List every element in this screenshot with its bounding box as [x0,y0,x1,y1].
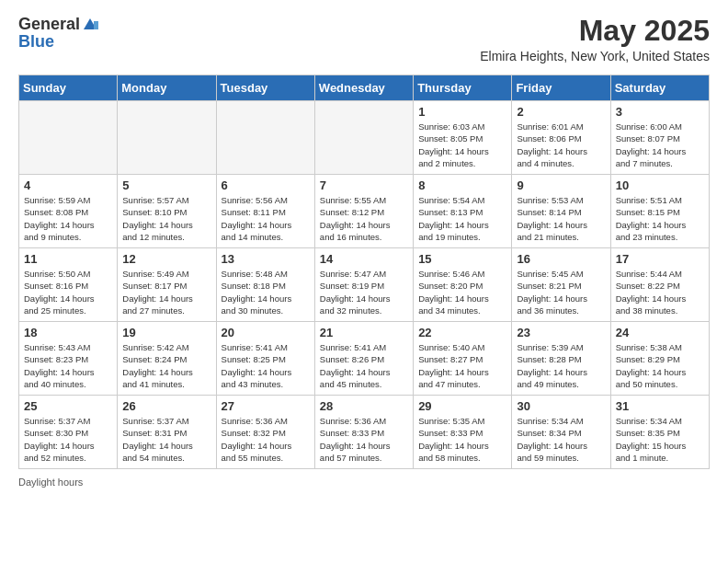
header: General Blue May 2025 Elmira Heights, Ne… [18,15,710,63]
calendar-day-cell: 1Sunrise: 6:03 AM Sunset: 8:05 PM Daylig… [414,101,512,175]
calendar-week-row: 11Sunrise: 5:50 AM Sunset: 8:16 PM Dayli… [19,248,710,322]
calendar-day-header: Friday [512,75,610,101]
month-year: May 2025 [480,15,710,47]
day-number: 11 [24,252,112,266]
day-number: 27 [222,399,310,413]
day-info: Sunrise: 5:43 AM Sunset: 8:23 PM Dayligh… [24,341,112,390]
day-info: Sunrise: 5:35 AM Sunset: 8:33 PM Dayligh… [418,415,506,464]
calendar-day-header: Wednesday [314,75,413,101]
day-number: 13 [222,252,310,266]
day-info: Sunrise: 5:42 AM Sunset: 8:24 PM Dayligh… [122,341,210,390]
day-info: Sunrise: 5:57 AM Sunset: 8:10 PM Dayligh… [122,194,210,243]
calendar-day-cell: 12Sunrise: 5:49 AM Sunset: 8:17 PM Dayli… [118,248,216,322]
day-number: 28 [320,399,408,413]
calendar-day-cell: 2Sunrise: 6:01 AM Sunset: 8:06 PM Daylig… [512,101,610,175]
day-info: Sunrise: 5:49 AM Sunset: 8:17 PM Dayligh… [122,268,210,316]
calendar-day-cell: 22Sunrise: 5:40 AM Sunset: 8:27 PM Dayli… [414,322,512,396]
calendar-day-cell: 28Sunrise: 5:36 AM Sunset: 8:33 PM Dayli… [314,396,413,469]
day-number: 19 [122,326,210,339]
calendar-day-header: Sunday [19,75,118,101]
day-info: Sunrise: 5:37 AM Sunset: 8:30 PM Dayligh… [24,415,112,464]
day-info: Sunrise: 5:41 AM Sunset: 8:25 PM Dayligh… [222,341,310,390]
day-number: 16 [517,252,605,266]
calendar-day-cell: 30Sunrise: 5:34 AM Sunset: 8:34 PM Dayli… [512,396,610,469]
calendar-day-cell: 17Sunrise: 5:44 AM Sunset: 8:22 PM Dayli… [610,248,709,322]
day-number: 14 [320,252,408,266]
day-info: Sunrise: 5:41 AM Sunset: 8:26 PM Dayligh… [320,341,408,390]
calendar-day-header: Tuesday [216,75,314,101]
day-info: Sunrise: 5:54 AM Sunset: 8:13 PM Dayligh… [418,194,506,243]
calendar-day-header: Thursday [414,75,512,101]
day-info: Sunrise: 5:53 AM Sunset: 8:14 PM Dayligh… [517,194,605,243]
day-info: Sunrise: 5:34 AM Sunset: 8:35 PM Dayligh… [616,415,704,464]
day-number: 26 [122,399,210,413]
day-number: 10 [616,178,704,192]
calendar-day-cell [216,101,314,175]
calendar-day-cell: 19Sunrise: 5:42 AM Sunset: 8:24 PM Dayli… [118,322,216,396]
day-number: 25 [24,399,112,413]
logo-icon [82,17,98,33]
day-number: 23 [517,326,605,339]
calendar-week-row: 25Sunrise: 5:37 AM Sunset: 8:30 PM Dayli… [19,396,710,469]
day-number: 31 [616,399,704,413]
day-info: Sunrise: 5:36 AM Sunset: 8:32 PM Dayligh… [222,415,310,464]
calendar-day-cell: 14Sunrise: 5:47 AM Sunset: 8:19 PM Dayli… [314,248,413,322]
day-info: Sunrise: 6:03 AM Sunset: 8:05 PM Dayligh… [418,121,506,169]
calendar-day-cell: 15Sunrise: 5:46 AM Sunset: 8:20 PM Dayli… [414,248,512,322]
day-number: 20 [222,326,310,339]
day-number: 1 [418,105,506,119]
day-number: 22 [418,326,506,339]
logo-blue-text: Blue [18,32,54,52]
footer: Daylight hours [18,477,710,488]
day-info: Sunrise: 5:50 AM Sunset: 8:16 PM Dayligh… [24,268,112,316]
logo-general-text: General [18,15,80,34]
day-info: Sunrise: 5:46 AM Sunset: 8:20 PM Dayligh… [418,268,506,316]
day-number: 17 [616,252,704,266]
day-info: Sunrise: 5:51 AM Sunset: 8:15 PM Dayligh… [616,194,704,243]
calendar-day-cell: 31Sunrise: 5:34 AM Sunset: 8:35 PM Dayli… [610,396,709,469]
calendar-week-row: 1Sunrise: 6:03 AM Sunset: 8:05 PM Daylig… [19,101,710,175]
calendar-day-cell: 24Sunrise: 5:38 AM Sunset: 8:29 PM Dayli… [610,322,709,396]
calendar-day-cell: 7Sunrise: 5:55 AM Sunset: 8:12 PM Daylig… [314,175,413,248]
calendar-day-cell: 16Sunrise: 5:45 AM Sunset: 8:21 PM Dayli… [512,248,610,322]
calendar-day-cell: 25Sunrise: 5:37 AM Sunset: 8:30 PM Dayli… [19,396,118,469]
day-number: 6 [222,178,310,192]
calendar-table: SundayMondayTuesdayWednesdayThursdayFrid… [18,75,710,469]
day-info: Sunrise: 5:40 AM Sunset: 8:27 PM Dayligh… [418,341,506,390]
day-info: Sunrise: 6:01 AM Sunset: 8:06 PM Dayligh… [517,121,605,169]
calendar-day-cell: 8Sunrise: 5:54 AM Sunset: 8:13 PM Daylig… [414,175,512,248]
calendar-day-header: Saturday [610,75,709,101]
calendar-week-row: 4Sunrise: 5:59 AM Sunset: 8:08 PM Daylig… [19,175,710,248]
calendar-day-cell: 13Sunrise: 5:48 AM Sunset: 8:18 PM Dayli… [216,248,314,322]
calendar-day-cell: 9Sunrise: 5:53 AM Sunset: 8:14 PM Daylig… [512,175,610,248]
day-info: Sunrise: 5:56 AM Sunset: 8:11 PM Dayligh… [222,194,310,243]
calendar-day-cell [314,101,413,175]
daylight-hours-label: Daylight hours [18,477,83,488]
calendar-day-cell: 10Sunrise: 5:51 AM Sunset: 8:15 PM Dayli… [610,175,709,248]
calendar-day-cell: 23Sunrise: 5:39 AM Sunset: 8:28 PM Dayli… [512,322,610,396]
calendar-day-cell: 4Sunrise: 5:59 AM Sunset: 8:08 PM Daylig… [19,175,118,248]
calendar-header-row: SundayMondayTuesdayWednesdayThursdayFrid… [19,75,710,101]
page: General Blue May 2025 Elmira Heights, Ne… [0,0,728,563]
day-info: Sunrise: 5:45 AM Sunset: 8:21 PM Dayligh… [517,268,605,316]
calendar-week-row: 18Sunrise: 5:43 AM Sunset: 8:23 PM Dayli… [19,322,710,396]
svg-marker-1 [94,21,98,29]
day-number: 4 [24,178,112,192]
day-number: 9 [517,178,605,192]
day-info: Sunrise: 5:59 AM Sunset: 8:08 PM Dayligh… [24,194,112,243]
calendar-day-cell: 27Sunrise: 5:36 AM Sunset: 8:32 PM Dayli… [216,396,314,469]
calendar-day-cell: 18Sunrise: 5:43 AM Sunset: 8:23 PM Dayli… [19,322,118,396]
day-number: 29 [418,399,506,413]
day-number: 8 [418,178,506,192]
day-number: 21 [320,326,408,339]
calendar-day-cell [19,101,118,175]
day-info: Sunrise: 5:44 AM Sunset: 8:22 PM Dayligh… [616,268,704,316]
calendar-day-cell: 21Sunrise: 5:41 AM Sunset: 8:26 PM Dayli… [314,322,413,396]
day-info: Sunrise: 5:48 AM Sunset: 8:18 PM Dayligh… [222,268,310,316]
title-block: May 2025 Elmira Heights, New York, Unite… [480,15,710,63]
day-info: Sunrise: 5:39 AM Sunset: 8:28 PM Dayligh… [517,341,605,390]
day-info: Sunrise: 5:55 AM Sunset: 8:12 PM Dayligh… [320,194,408,243]
calendar-day-cell: 5Sunrise: 5:57 AM Sunset: 8:10 PM Daylig… [118,175,216,248]
day-number: 30 [517,399,605,413]
day-info: Sunrise: 6:00 AM Sunset: 8:07 PM Dayligh… [616,121,704,169]
